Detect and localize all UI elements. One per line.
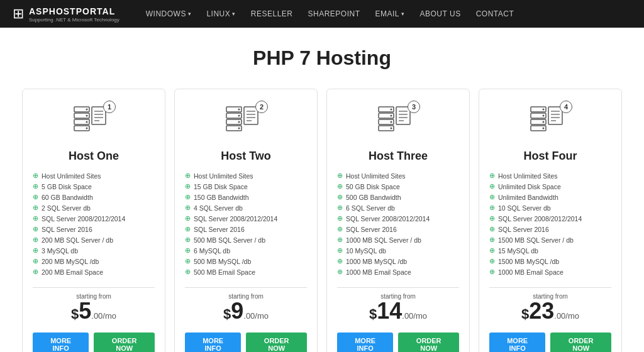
feature-item: ⊕ Host Unlimited Sites	[337, 170, 459, 181]
feature-item: ⊕ SQL Server 2008/2012/2014	[489, 213, 611, 224]
check-icon: ⊕	[33, 182, 38, 190]
nav-item-email[interactable]: EMAIL ▾	[368, 0, 413, 28]
feature-item: ⊕ SQL Server 2008/2012/2014	[33, 213, 155, 224]
starting-from-label: starting from	[71, 293, 116, 300]
btn-row: More Info Order Now	[185, 326, 307, 352]
svg-point-3	[86, 115, 88, 117]
feature-item: ⊕ Unlimited Disk Space	[489, 181, 611, 192]
feature-item: ⊕ SQL Server 2008/2012/2014	[185, 213, 307, 224]
feature-item: ⊕ 200 MB MySQL /db	[33, 256, 155, 267]
nav-item-sharepoint[interactable]: SHAREPOINT	[300, 0, 367, 28]
nav-item-windows[interactable]: WINDOWS ▾	[138, 0, 199, 28]
svg-point-31	[391, 121, 392, 123]
check-icon: ⊕	[337, 172, 343, 180]
price-row: $ 9 .00/mo	[223, 300, 269, 322]
svg-point-14	[238, 109, 240, 111]
feature-item: ⊕ 500 MB MySQL /db	[185, 256, 307, 267]
check-icon: ⊕	[337, 182, 343, 190]
svg-point-27	[391, 109, 392, 111]
price-section: starting from $ 5 .00/mo	[71, 288, 116, 326]
feature-item: ⊕ 1500 MB SQL Server / db	[489, 234, 611, 245]
btn-row: More Info Order Now	[337, 326, 459, 352]
feature-item: ⊕ SQL Server 2016	[489, 224, 611, 234]
svg-point-20	[238, 128, 240, 129]
check-icon: ⊕	[185, 236, 191, 244]
svg-point-44	[543, 121, 545, 123]
feature-item: ⊕ 1500 MB MySQL /db	[489, 256, 611, 267]
nav-links: WINDOWS ▾ LINUX ▾ RESELLER SHAREPOINT EM…	[138, 0, 631, 28]
feature-item: ⊕ 10 MySQL db	[337, 245, 459, 256]
check-icon: ⊕	[337, 268, 343, 276]
svg-point-1	[86, 109, 88, 111]
features-list: ⊕ Host Unlimited Sites ⊕ 50 GB Disk Spac…	[337, 170, 459, 277]
check-icon: ⊕	[185, 246, 191, 255]
order-now-button[interactable]: Order Now	[246, 333, 307, 352]
starting-from-label: starting from	[223, 293, 269, 300]
chevron-down-icon: ▾	[401, 11, 405, 17]
check-icon: ⊕	[337, 204, 343, 212]
svg-point-7	[86, 128, 88, 129]
navbar: ⊞ ASPHOSTPORTAL Supporting .NET & Micros…	[0, 0, 644, 28]
plan-name: Host One	[69, 150, 119, 163]
price-amount: 14	[377, 300, 402, 322]
check-icon: ⊕	[33, 246, 38, 255]
price-amount: 23	[529, 300, 554, 322]
plan-badge: 1	[103, 101, 116, 113]
check-icon: ⊕	[185, 257, 191, 265]
price-period: .00/mo	[402, 311, 427, 321]
price-dollar: $	[71, 306, 79, 322]
feature-item: ⊕ 1000 MB Email Space	[337, 267, 459, 277]
features-list: ⊕ Host Unlimited Sites ⊕ 5 GB Disk Space…	[33, 170, 155, 277]
plan-name: Host Four	[524, 150, 577, 163]
server-icon-wrap: 1	[72, 101, 116, 143]
price-dollar: $	[223, 306, 231, 322]
check-icon: ⊕	[33, 257, 38, 265]
nav-item-contact[interactable]: CONTACT	[469, 0, 522, 28]
check-icon: ⊕	[33, 236, 38, 244]
nav-item-linux[interactable]: LINUX ▾	[199, 0, 243, 28]
server-icon-wrap: 4	[528, 101, 572, 143]
price-amount: 9	[231, 300, 243, 322]
check-icon: ⊕	[33, 172, 38, 180]
nav-item-reseller[interactable]: RESELLER	[243, 0, 301, 28]
logo[interactable]: ⊞ ASPHOSTPORTAL Supporting .NET & Micros…	[13, 6, 119, 23]
feature-item: ⊕ 15 MySQL db	[489, 245, 611, 256]
check-icon: ⊕	[489, 236, 495, 244]
chevron-down-icon: ▾	[232, 11, 236, 17]
features-list: ⊕ Host Unlimited Sites ⊕ Unlimited Disk …	[489, 170, 611, 277]
price-section: starting from $ 23 .00/mo	[521, 288, 579, 326]
svg-point-5	[86, 121, 88, 123]
svg-point-46	[543, 128, 545, 129]
feature-item: ⊕ 6 MySQL db	[185, 245, 307, 256]
more-info-button[interactable]: More Info	[337, 333, 393, 352]
order-now-button[interactable]: Order Now	[550, 333, 611, 352]
check-icon: ⊕	[489, 246, 495, 255]
order-now-button[interactable]: Order Now	[94, 333, 155, 352]
check-icon: ⊕	[337, 236, 343, 244]
check-icon: ⊕	[185, 193, 191, 201]
svg-point-40	[543, 109, 545, 111]
feature-item: ⊕ 6 SQL Server db	[337, 202, 459, 213]
feature-item: ⊕ SQL Server 2016	[33, 224, 155, 234]
server-icon-wrap: 3	[376, 101, 420, 143]
price-period: .00/mo	[243, 311, 269, 321]
plan-card-1: 1 Host One ⊕ Host Unlimited Sites ⊕ 5 GB…	[22, 89, 165, 352]
more-info-button[interactable]: More Info	[489, 333, 545, 352]
plan-badge: 2	[255, 101, 268, 113]
svg-point-42	[543, 115, 545, 117]
check-icon: ⊕	[489, 225, 495, 233]
check-icon: ⊕	[185, 214, 191, 223]
check-icon: ⊕	[185, 172, 191, 180]
more-info-button[interactable]: More Info	[33, 333, 89, 352]
price-section: starting from $ 14 .00/mo	[369, 288, 427, 326]
svg-point-29	[391, 115, 392, 117]
feature-item: ⊕ 15 GB Disk Space	[185, 181, 307, 192]
check-icon: ⊕	[489, 204, 495, 212]
more-info-button[interactable]: More Info	[185, 333, 241, 352]
order-now-button[interactable]: Order Now	[398, 333, 459, 352]
price-period: .00/mo	[91, 311, 116, 321]
feature-item: ⊕ 5 GB Disk Space	[33, 181, 155, 192]
feature-item: ⊕ Unlimited Bandwidth	[489, 192, 611, 202]
check-icon: ⊕	[489, 172, 495, 180]
nav-item-about[interactable]: ABOUT US	[413, 0, 469, 28]
